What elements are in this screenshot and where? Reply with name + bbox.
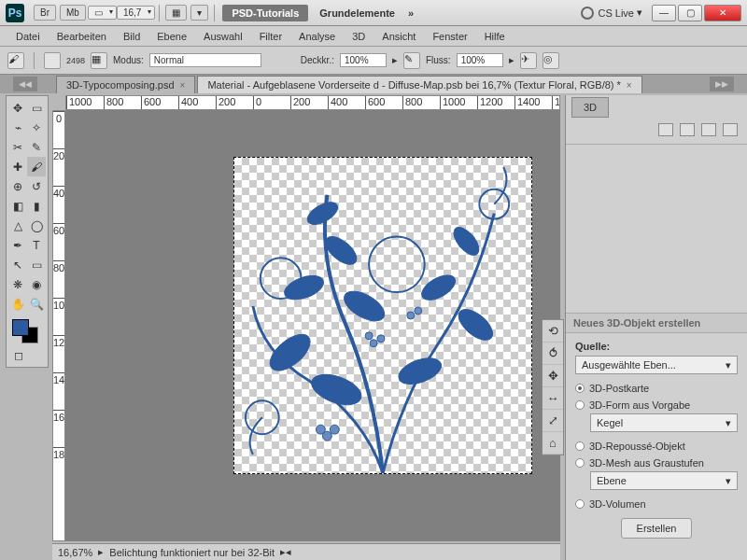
blur-tool[interactable]: △ [8,216,27,235]
3d-home-tool[interactable]: ⌂ [543,432,563,455]
close-button[interactable]: ✕ [704,5,741,21]
minimize-button[interactable]: — [652,5,676,21]
tab-label: Material - Aufgeblasene Vorderseite d - … [207,79,620,91]
brush-tool[interactable]: 🖌 [27,157,46,176]
path-tool[interactable]: ↖ [8,255,27,274]
close-icon[interactable]: × [627,80,632,91]
menu-bearbeiten[interactable]: Bearbeiten [49,28,115,45]
maximize-button[interactable]: ▢ [678,5,702,21]
extras-button[interactable]: ▾ [190,5,208,21]
radio-volume[interactable] [575,499,585,509]
menu-fenster[interactable]: Fenster [424,28,475,45]
minibridge-button[interactable]: Mb [60,5,86,21]
radio-repousse[interactable] [575,441,585,451]
workspace-more[interactable]: » [408,7,414,19]
zoom-level[interactable]: 16,67% [58,547,92,558]
arrange-button[interactable]: ▦ [165,5,187,21]
brush-size-value: 2498 [66,56,85,65]
tool-preset-icon[interactable]: 🖌 [7,52,24,69]
screen-mode-combo[interactable]: ▭ [88,6,117,20]
crop-tool[interactable]: ✂ [8,137,27,157]
cslive-label[interactable]: CS Live [598,7,634,19]
document-tab-1[interactable]: 3D-Typocomposing.psd × [56,76,195,93]
opacity-input[interactable] [340,53,387,67]
light-icon[interactable] [723,123,738,136]
3d-camera-tool[interactable]: ◉ [27,274,46,294]
3d-slide-tool[interactable]: ↔ [543,387,563,410]
history-brush-tool[interactable]: ↺ [27,176,46,196]
workspace-name[interactable]: Grundelemente [312,5,402,21]
ruler-vertical[interactable]: 020040060080010001200140016001800 [52,110,65,541]
pen-tool[interactable]: ✒ [8,235,27,255]
status-message: Belichtung funktioniert nur bei 32-Bit [109,547,275,558]
mesh-dropdown[interactable]: Ebene [590,471,738,490]
move-tool[interactable]: ✥ [8,98,27,118]
create-button[interactable]: Erstellen [621,518,693,539]
tablet-size-icon[interactable]: ◎ [543,52,559,69]
opacity-arrow-icon[interactable]: ▸ [392,54,398,66]
quickmask-icon[interactable]: ◻ [8,345,28,365]
tablet-opacity-icon[interactable]: ✎ [403,52,420,69]
3d-roll-tool[interactable]: ⥀ [543,343,563,365]
zoom-tool[interactable]: 🔍 [27,294,46,314]
panel-tab-3d[interactable]: 3D [571,97,609,118]
menu-filter[interactable]: Filter [251,28,290,45]
close-icon[interactable]: × [180,80,186,91]
lasso-tool[interactable]: ⌁ [8,118,27,137]
menu-analyse[interactable]: Analyse [290,28,344,45]
menu-auswahl[interactable]: Auswahl [195,28,251,45]
bridge-button[interactable]: Br [34,5,56,21]
brush-preview-icon[interactable] [44,52,61,69]
tab-scroll-right[interactable]: ▶▶ [710,77,734,91]
flow-input[interactable] [457,53,503,67]
radio-mesh[interactable] [575,458,585,468]
shape-tool[interactable]: ▭ [27,255,46,274]
zoom-combo[interactable]: 16,7 [117,6,155,20]
menu-ebene[interactable]: Ebene [148,28,195,45]
svg-point-17 [407,312,415,319]
ruler-horizontal[interactable]: 1000800600400200020040060080010001200140… [65,95,560,110]
color-swatch[interactable] [8,317,46,345]
eyedropper-tool[interactable]: ✎ [27,137,46,157]
blend-mode-combo[interactable] [149,53,261,67]
tab-scroll-left[interactable]: ◀◀ [13,77,37,91]
document-tab-2[interactable]: Material - Aufgeblasene Vorderseite d - … [197,76,641,93]
type-tool[interactable]: T [27,235,46,255]
eraser-tool[interactable]: ◧ [8,196,27,216]
canvas-viewport[interactable] [65,110,560,541]
menu-bild[interactable]: Bild [115,28,148,45]
3d-tool[interactable]: ❋ [8,274,27,294]
flow-arrow-icon[interactable]: ▸ [509,54,514,66]
menu-3d[interactable]: 3D [344,28,374,45]
status-arrow-icon[interactable]: ▸◂ [280,546,291,558]
stamp-tool[interactable]: ⊕ [8,176,27,196]
menu-datei[interactable]: Datei [7,28,49,45]
radio-postcard[interactable] [575,384,585,393]
status-arrow-icon[interactable]: ▸ [98,546,104,558]
material-icon[interactable] [701,123,716,136]
3d-pan-tool[interactable]: ✥ [543,365,563,387]
3d-tool-column: ⟲ ⥀ ✥ ↔ ⤢ ⌂ [542,319,564,455]
mesh-icon[interactable] [680,123,695,136]
menu-ansicht[interactable]: Ansicht [374,28,424,45]
toolbox: ✥▭ ⌁✧ ✂✎ ✚🖌 ⊕↺ ◧▮ △◯ ✒T ↖▭ ❋◉ ✋🔍 ◻ [6,95,49,368]
radio-shape[interactable] [575,400,585,410]
airbrush-icon[interactable]: ✈ [520,52,537,69]
source-dropdown[interactable]: Ausgewählte Eben... [575,356,738,374]
heal-tool[interactable]: ✚ [8,157,27,176]
3d-rotate-tool[interactable]: ⟲ [543,320,563,343]
document-canvas[interactable] [233,157,532,474]
marquee-tool[interactable]: ▭ [27,98,46,118]
hand-tool[interactable]: ✋ [8,294,27,314]
menu-hilfe[interactable]: Hilfe [476,28,514,45]
radio-label: 3D-Form aus Vorgabe [589,399,690,411]
workspace-badge[interactable]: PSD-Tutorials [222,5,308,21]
shape-dropdown[interactable]: Kegel [590,413,738,432]
brush-panel-icon[interactable]: ▦ [91,52,107,69]
scene-icon[interactable] [658,123,673,136]
dodge-tool[interactable]: ◯ [27,216,46,235]
gradient-tool[interactable]: ▮ [27,196,46,216]
wand-tool[interactable]: ✧ [27,118,46,137]
3d-scale-tool[interactable]: ⤢ [543,410,563,432]
panel-section-header: Neues 3D-Objekt erstellen [566,313,747,333]
